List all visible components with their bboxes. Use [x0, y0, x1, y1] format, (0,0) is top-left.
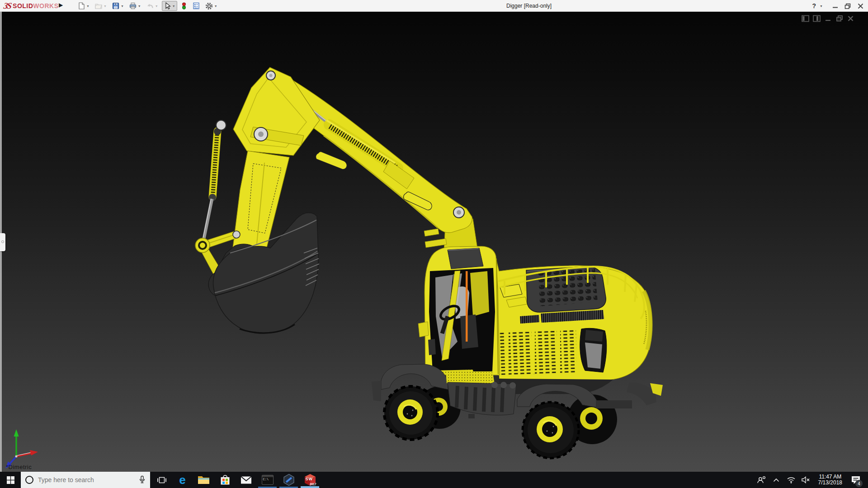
clock-date: 7/13/2018: [818, 480, 842, 486]
system-tray: 11:47 AM 7/13/2018 4: [756, 472, 868, 488]
solidworks-logo: 3S SOLIDWORKS: [4, 1, 59, 11]
people-icon: [757, 476, 766, 484]
file-properties-button[interactable]: [191, 1, 202, 11]
cab[interactable]: [418, 246, 500, 383]
ds-logo-glyph: 3S: [3, 1, 11, 11]
excavator-upper-body[interactable]: [480, 257, 652, 380]
volume-muted-icon: [802, 476, 811, 483]
task-view-button[interactable]: [152, 472, 172, 488]
solidworks-2017-icon: SW 2017: [304, 474, 316, 486]
rebuild-traffic-light-icon: [180, 2, 188, 10]
excavator-model[interactable]: [0, 12, 868, 472]
running-indicator: [279, 487, 298, 488]
taskbar-app-solidworks[interactable]: SW 2017: [299, 472, 321, 488]
edge-icon: e: [179, 474, 185, 486]
close-icon: [858, 3, 863, 9]
window-title: Digger [Read-only]: [506, 3, 552, 9]
pane-right-icon: [813, 15, 821, 22]
network-button[interactable]: [786, 472, 797, 488]
options-gear-icon: [205, 2, 213, 10]
quick-toolbar: ▼ ▼ ▼ ▼ ▼ ▼ ▼: [76, 0, 219, 12]
undo-arrow-icon: [146, 2, 154, 10]
restore-button[interactable]: [843, 1, 853, 10]
doc-minimize-icon: [825, 15, 831, 22]
taskbar-app-command-prompt[interactable]: C:\: [257, 472, 278, 488]
front-wheel[interactable]: [384, 386, 438, 440]
featuremanager-expand-tab[interactable]: [0, 233, 5, 251]
doc-minimize-button[interactable]: [824, 15, 832, 22]
new-document-icon: [77, 2, 85, 10]
start-button[interactable]: [0, 472, 21, 488]
taskbar-app-mail[interactable]: [236, 472, 257, 488]
taskbar-search[interactable]: [21, 472, 150, 488]
options-button[interactable]: ▼: [203, 1, 219, 11]
doc-close-button[interactable]: [847, 15, 854, 22]
taskbar-app-edge[interactable]: e: [172, 472, 193, 488]
open-button[interactable]: ▼: [93, 1, 108, 11]
reference-triad: [5, 429, 38, 468]
doc-close-icon: [847, 15, 854, 22]
doc-restore-button[interactable]: [835, 15, 843, 22]
help-button[interactable]: ?: [811, 2, 817, 9]
print-icon: [129, 2, 137, 10]
save-button[interactable]: ▼: [110, 1, 126, 11]
cab-roof-panel: [448, 248, 483, 269]
panel-tab-handle-icon: [1, 240, 4, 243]
chevron-up-icon: [773, 478, 779, 482]
hexagon-app-icon: [283, 474, 295, 486]
windows-logo-icon: [7, 476, 14, 484]
active-running-indicator: [301, 486, 319, 488]
rear-wheel[interactable]: [523, 402, 579, 458]
volume-button[interactable]: [801, 472, 811, 488]
titlebar: 3S SOLIDWORKS ▶ ▼ ▼ ▼ ▼ ▼ ▼: [0, 0, 868, 12]
document-window-controls: [802, 15, 854, 22]
undo-button[interactable]: ▼: [145, 1, 160, 11]
new-document-button[interactable]: ▼: [76, 1, 91, 11]
taskbar-app-file-explorer[interactable]: [193, 472, 214, 488]
taskbar-app-hexagon[interactable]: [278, 472, 299, 488]
close-button[interactable]: [855, 1, 865, 10]
help-dropdown-arrow[interactable]: ▼: [820, 5, 823, 8]
wifi-icon: [787, 476, 796, 483]
taskbar-clock[interactable]: 11:47 AM 7/13/2018: [816, 474, 845, 486]
minimize-button[interactable]: [830, 1, 840, 10]
notification-badge: 4: [855, 480, 863, 487]
file-explorer-icon: [198, 475, 210, 485]
task-view-icon: [157, 476, 166, 484]
command-prompt-icon: C:\: [262, 475, 274, 485]
menu-flyout-arrow[interactable]: ▶: [59, 2, 63, 8]
open-folder-icon: [94, 2, 103, 10]
select-button[interactable]: ▼: [162, 1, 177, 11]
window-controls: ? ▼: [811, 0, 866, 12]
print-button[interactable]: ▼: [127, 1, 143, 11]
view-orientation-label: *Dimetric: [6, 464, 32, 470]
restore-icon: [844, 3, 851, 9]
save-floppy-icon: [112, 2, 120, 10]
microphone-icon[interactable]: [139, 475, 146, 484]
minimize-icon: [832, 3, 838, 9]
show-pane-left-button[interactable]: [802, 15, 809, 22]
windows-taskbar: e C:\: [0, 472, 868, 488]
people-button[interactable]: [756, 472, 767, 488]
dipper-cylinder[interactable]: [202, 128, 221, 243]
show-pane-right-button[interactable]: [813, 15, 821, 22]
select-cursor-icon: [163, 2, 171, 10]
mail-icon: [241, 476, 252, 484]
file-properties-icon: [192, 2, 200, 10]
doc-restore-icon: [836, 15, 843, 22]
cortana-icon: [25, 476, 33, 484]
taskbar-app-store[interactable]: [214, 472, 236, 488]
rebuild-button[interactable]: [179, 1, 189, 11]
graphics-viewport[interactable]: *Dimetric: [0, 12, 868, 472]
action-center-button[interactable]: 4: [849, 472, 863, 488]
show-hidden-icons-button[interactable]: [771, 472, 782, 488]
search-input[interactable]: [38, 476, 134, 483]
running-indicator: [258, 487, 277, 488]
pane-left-icon: [802, 15, 809, 22]
microsoft-store-icon: [220, 474, 231, 486]
orange-door-frame: [466, 271, 468, 342]
